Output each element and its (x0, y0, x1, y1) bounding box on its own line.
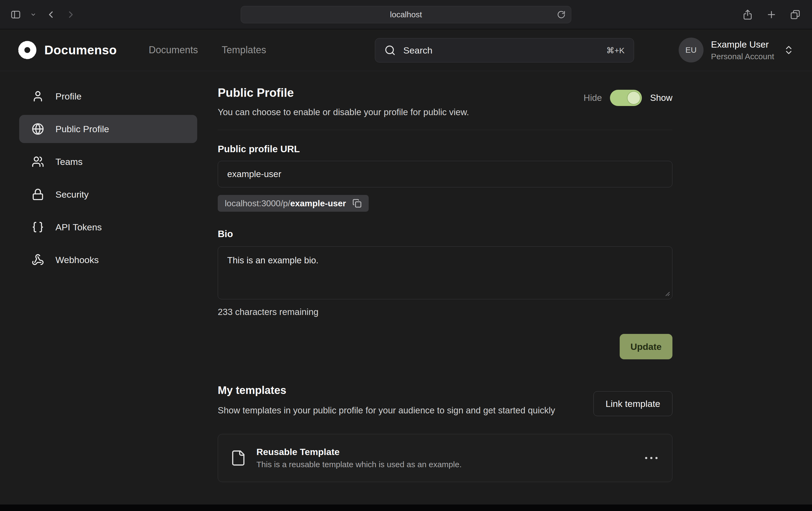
sidebar-item-public-profile[interactable]: Public Profile (19, 115, 197, 143)
public-profile-settings: Public Profile You can choose to enable … (218, 71, 672, 482)
share-icon[interactable] (742, 9, 753, 20)
browser-toolbar-right (742, 9, 801, 20)
address-bar-url: localhost (390, 10, 422, 19)
page-subtitle: You can choose to enable or disable your… (218, 107, 469, 117)
bio-field-wrap: This is an example bio. (218, 246, 672, 299)
new-tab-icon[interactable] (766, 9, 777, 20)
brand-name: Documenso (45, 43, 117, 57)
lock-icon (32, 188, 44, 201)
template-menu-button[interactable] (642, 454, 660, 462)
sidebar-item-label: Profile (55, 91, 81, 102)
link-template-button[interactable]: Link template (593, 391, 672, 416)
update-row: Update (218, 334, 672, 359)
browser-chrome: localhost (0, 0, 812, 29)
back-button[interactable] (46, 9, 56, 20)
braces-icon (32, 221, 44, 233)
sidebar-item-label: Teams (55, 156, 83, 167)
section-divider (218, 130, 672, 130)
nav-templates[interactable]: Templates (222, 44, 266, 56)
users-icon (32, 155, 44, 168)
reload-icon[interactable] (557, 10, 566, 19)
profile-url-text: localhost:3000/p/example-user (225, 199, 346, 208)
sidebar-item-security[interactable]: Security (19, 180, 197, 208)
sidebar-item-teams[interactable]: Teams (19, 148, 197, 176)
app-header: Documenso Documents Templates Search ⌘+K… (0, 29, 812, 71)
toggle-thumb (627, 91, 640, 104)
settings-sidebar: Profile Public Profile Teams Security AP… (19, 82, 197, 278)
profile-url-prefix: localhost:3000/p/ (225, 199, 290, 208)
search-shortcut-hint: ⌘+K (606, 46, 625, 55)
toggle-show-label: Show (650, 93, 672, 103)
sidebar-toggle-icon[interactable] (10, 9, 21, 20)
profile-url-preview[interactable]: localhost:3000/p/example-user (218, 195, 369, 212)
public-profile-url-label: Public profile URL (218, 144, 672, 154)
page-title-block: Public Profile You can choose to enable … (218, 86, 469, 117)
account-type: Personal Account (711, 52, 774, 61)
sidebar-item-label: Webhooks (55, 255, 99, 265)
account-info: Example User Personal Account (711, 39, 774, 61)
chevron-down-icon[interactable] (30, 11, 36, 18)
template-description: This is a reusable template which is use… (256, 460, 462, 469)
browser-nav-controls (0, 9, 76, 20)
tab-overview-icon[interactable] (790, 9, 801, 20)
bio-textarea[interactable]: This is an example bio. (218, 246, 672, 299)
sidebar-item-label: API Tokens (55, 222, 102, 233)
avatar: EU (679, 37, 703, 62)
my-templates-description: Show templates in your public profile fo… (218, 404, 580, 417)
my-templates-section: My templates Show templates in your publ… (218, 384, 672, 482)
update-button[interactable]: Update (620, 334, 672, 359)
search-placeholder: Search (403, 45, 433, 56)
template-name: Reusable Template (256, 447, 462, 457)
sidebar-item-webhooks[interactable]: Webhooks (19, 246, 197, 274)
resize-handle-icon[interactable] (663, 290, 670, 297)
main-nav: Documents Templates (149, 44, 266, 56)
webhook-icon (32, 253, 44, 266)
user-icon (32, 90, 44, 102)
sidebar-item-api-tokens[interactable]: API Tokens (19, 213, 197, 241)
public-profile-url-input[interactable] (218, 161, 672, 187)
documenso-logo-icon (17, 40, 37, 60)
globe-icon (32, 123, 44, 135)
profile-visibility-control: Hide Show (584, 90, 672, 106)
profile-url-slug: example-user (290, 199, 346, 208)
search-icon (384, 44, 396, 56)
profile-visibility-toggle[interactable] (610, 90, 642, 106)
ellipsis-dot (656, 457, 658, 459)
file-icon (230, 450, 247, 467)
characters-remaining: 233 characters remaining (218, 307, 672, 317)
template-card: Reusable Template This is a reusable tem… (218, 434, 672, 482)
account-name: Example User (711, 39, 774, 50)
app-body: Profile Public Profile Teams Security AP… (0, 71, 812, 505)
account-menu[interactable]: EU Example User Personal Account (679, 37, 794, 62)
nav-documents[interactable]: Documents (149, 44, 198, 56)
sidebar-item-label: Security (55, 189, 89, 200)
brand-logo[interactable]: Documenso (17, 40, 117, 60)
ellipsis-dot (650, 457, 652, 459)
toggle-hide-label: Hide (584, 93, 602, 103)
search-input[interactable]: Search ⌘+K (375, 38, 634, 62)
forward-button[interactable] (65, 9, 76, 20)
template-info: Reusable Template This is a reusable tem… (256, 447, 462, 469)
window-bottom-edge (0, 505, 812, 511)
page-title: Public Profile (218, 86, 469, 99)
ellipsis-dot (645, 457, 647, 459)
page-title-row: Public Profile You can choose to enable … (218, 86, 672, 117)
address-bar[interactable]: localhost (241, 6, 571, 23)
bio-label: Bio (218, 229, 672, 239)
sidebar-item-label: Public Profile (55, 124, 109, 134)
copy-icon[interactable] (352, 199, 361, 208)
sidebar-item-profile[interactable]: Profile (19, 82, 197, 110)
chevrons-up-down-icon (783, 44, 794, 55)
